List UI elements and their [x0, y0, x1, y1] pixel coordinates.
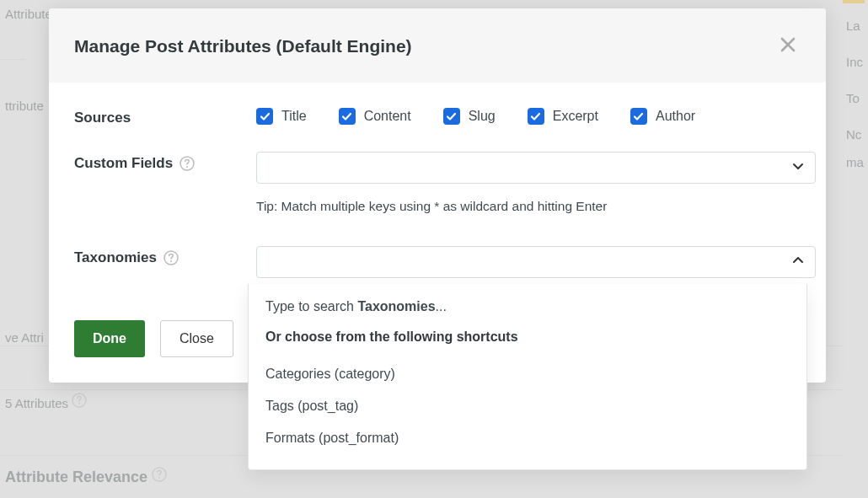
- help-icon[interactable]: [163, 250, 179, 265]
- custom-fields-combobox[interactable]: [256, 152, 816, 184]
- sources-label-text: Sources: [74, 110, 131, 126]
- check-excerpt[interactable]: Excerpt: [528, 108, 598, 125]
- taxonomies-label: Taxonomies: [74, 246, 256, 266]
- check-title[interactable]: Title: [256, 108, 307, 125]
- sources-row: Sources Title Content Slug Excerpt: [74, 106, 801, 126]
- check-label: Author: [656, 109, 695, 124]
- custom-fields-tip: Tip: Match multiple keys using * as wild…: [256, 199, 816, 214]
- dropdown-item-tags[interactable]: Tags (post_tag): [265, 390, 790, 422]
- svg-point-7: [170, 260, 172, 262]
- close-icon[interactable]: [775, 32, 801, 61]
- check-author[interactable]: Author: [630, 108, 695, 125]
- check-slug[interactable]: Slug: [443, 108, 496, 125]
- checkbox-checked-icon: [630, 108, 647, 125]
- sources-label: Sources: [74, 106, 256, 126]
- chevron-down-icon: [791, 159, 805, 176]
- dd-search-suffix: ...: [436, 299, 447, 313]
- custom-fields-label: Custom Fields: [74, 152, 256, 172]
- close-button[interactable]: Close: [160, 320, 233, 357]
- chevron-up-icon: [791, 254, 805, 270]
- done-button[interactable]: Done: [74, 320, 145, 357]
- check-label: Title: [281, 109, 307, 124]
- dropdown-item-formats[interactable]: Formats (post_format): [265, 422, 790, 454]
- check-label: Excerpt: [553, 109, 598, 124]
- dd-search-prefix: Type to search: [265, 299, 357, 313]
- check-label: Slug: [469, 109, 496, 124]
- taxonomies-row: Taxonomies: [74, 246, 801, 278]
- checkbox-checked-icon: [443, 108, 460, 125]
- taxonomies-combobox[interactable]: [256, 246, 816, 278]
- check-content[interactable]: Content: [339, 108, 411, 125]
- custom-fields-control: Tip: Match multiple keys using * as wild…: [256, 152, 816, 214]
- dropdown-heading: Or choose from the following shortcuts: [265, 329, 790, 345]
- custom-fields-label-text: Custom Fields: [74, 155, 173, 172]
- checkbox-checked-icon: [256, 108, 273, 125]
- taxonomies-dropdown: Type to search Taxonomies... Or choose f…: [248, 284, 807, 470]
- help-icon[interactable]: [179, 156, 195, 171]
- dd-search-bold: Taxonomies: [357, 299, 435, 313]
- taxonomies-control: [256, 246, 816, 278]
- modal-title: Manage Post Attributes (Default Engine): [74, 36, 412, 56]
- check-label: Content: [364, 109, 411, 124]
- sources-checks: Title Content Slug Excerpt Author: [256, 106, 695, 125]
- taxonomies-label-text: Taxonomies: [74, 249, 157, 266]
- modal-body: Sources Title Content Slug Excerpt: [49, 83, 826, 303]
- dropdown-item-categories[interactable]: Categories (category): [265, 358, 790, 390]
- checkbox-checked-icon: [528, 108, 544, 125]
- dropdown-search-hint[interactable]: Type to search Taxonomies...: [265, 299, 790, 314]
- custom-fields-row: Custom Fields Tip: Match multiple keys u…: [74, 152, 801, 214]
- svg-point-5: [186, 166, 188, 168]
- checkbox-checked-icon: [339, 108, 356, 125]
- modal-header: Manage Post Attributes (Default Engine): [49, 8, 826, 83]
